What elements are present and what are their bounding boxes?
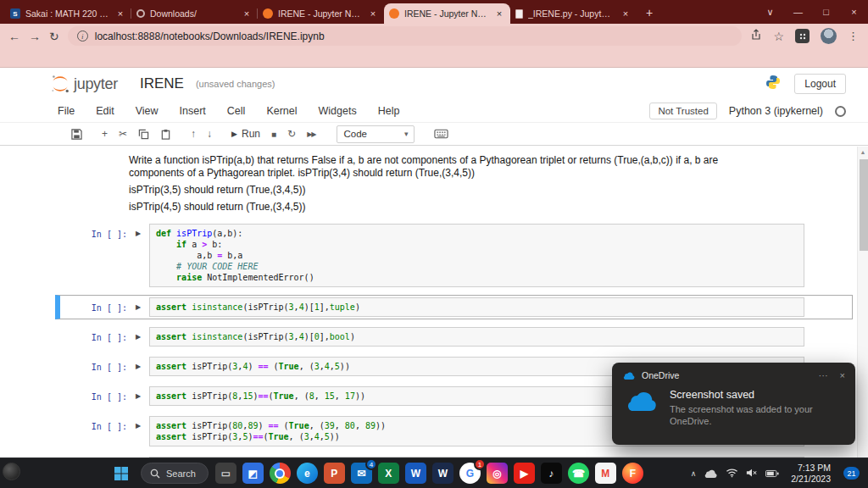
run-cell-icon[interactable]: ▶ <box>127 357 149 370</box>
taskbar-app-edge[interactable]: e <box>297 463 318 484</box>
menu-edit[interactable]: Edit <box>96 105 114 117</box>
restart-run-all-icon[interactable]: ▶▶ <box>307 130 315 138</box>
taskbar-app-instagram[interactable]: ◎ <box>487 463 508 484</box>
site-info-icon[interactable]: i <box>77 30 88 42</box>
cut-cell-icon[interactable]: ✂ <box>119 128 127 140</box>
taskbar-app-wikipedia[interactable]: W <box>432 463 453 484</box>
menu-view[interactable]: View <box>136 105 159 117</box>
notebook-title[interactable]: IRENE <box>140 75 184 92</box>
tab-jupyter-notebook-active[interactable]: IRENE - Jupyter Notebook × <box>384 3 510 24</box>
battery-icon[interactable] <box>765 466 779 481</box>
trust-status-button[interactable]: Not Trusted <box>649 103 716 119</box>
tab-close-icon[interactable]: × <box>620 8 632 19</box>
scroll-up-icon[interactable]: ▲ <box>858 147 868 158</box>
save-icon[interactable] <box>71 129 82 140</box>
taskbar-app-excel[interactable]: X <box>378 463 399 484</box>
tab-sakai[interactable]: S Sakai : MATH 220 1 S1-22 × <box>5 3 131 24</box>
reload-icon[interactable]: ↻ <box>49 30 59 42</box>
floating-widget-button[interactable] <box>3 463 20 480</box>
taskbar-app-whatsapp[interactable]: ☎ <box>568 463 589 484</box>
close-button[interactable]: × <box>840 0 868 24</box>
run-play-icon: ▶ <box>231 130 237 138</box>
taskbar-app-outlook[interactable]: ✉4 <box>351 463 372 484</box>
tiktok-icon: ♪ <box>548 468 554 480</box>
run-label: Run <box>242 128 260 140</box>
tray-chevron-up-icon[interactable]: ∧ <box>691 469 697 478</box>
taskbar-app-word[interactable]: W <box>405 463 426 484</box>
taskbar-app-google[interactable]: G1 <box>459 463 481 484</box>
tab-close-icon[interactable]: × <box>367 8 379 19</box>
taskbar-app-firefox[interactable]: F <box>622 463 643 484</box>
logout-button[interactable]: Logout <box>794 74 846 94</box>
onedrive-notification[interactable]: OneDrive ··· × Screenshot saved The scre… <box>612 363 855 445</box>
bookmark-star-icon[interactable]: ☆ <box>773 30 784 43</box>
minimize-button[interactable]: — <box>784 0 812 24</box>
notification-count-badge[interactable]: 21 <box>843 467 860 480</box>
menu-file[interactable]: File <box>58 105 75 117</box>
back-icon[interactable]: ← <box>8 30 20 42</box>
extensions-icon[interactable] <box>795 29 810 43</box>
tab-jupyter-texteditor[interactable]: _IRENE.py - Jupyter Text E × <box>510 3 637 24</box>
tab-downloads[interactable]: Downloads/ × <box>131 3 258 24</box>
add-cell-icon[interactable]: + <box>102 128 108 140</box>
run-cell-icon[interactable]: ▶ <box>127 386 149 400</box>
markdown-text: isPTrip(3,5) should return (True,(3,4,5)… <box>129 184 758 197</box>
notebook-scrollbar[interactable]: ▲ <box>857 147 868 458</box>
move-cell-down-icon[interactable]: ↓ <box>207 128 212 140</box>
taskbar-app-chrome[interactable] <box>270 463 291 484</box>
menu-kernel[interactable]: Kernel <box>266 105 297 117</box>
restart-kernel-icon[interactable]: ↻ <box>287 128 296 140</box>
profile-avatar[interactable] <box>821 28 837 44</box>
browser-menu-icon[interactable]: ⋮ <box>848 30 860 42</box>
cell-input[interactable]: assert isinstance(isPTrip(3,4)[1],tuple) <box>149 297 804 317</box>
tab-jupyter-notebook-1[interactable]: IRENE - Jupyter Notebook × <box>258 3 384 24</box>
run-cell-icon[interactable]: ▶ <box>127 327 149 341</box>
taskbar-app-youtube[interactable]: ▶ <box>514 463 535 484</box>
volume-muted-icon[interactable] <box>746 466 758 481</box>
code-cell[interactable]: In [ ]:▶assert isinstance(isPTrip(3,4)[1… <box>55 295 853 319</box>
maximize-button[interactable]: □ <box>812 0 840 24</box>
share-icon[interactable] <box>750 29 762 44</box>
taskbar-search[interactable]: Search <box>141 463 209 484</box>
taskbar-clock[interactable]: 7:13 PM 2/21/2023 <box>791 463 831 485</box>
forward-icon[interactable]: → <box>29 30 41 42</box>
toast-more-icon[interactable]: ··· <box>819 370 828 380</box>
scrollbar-thumb[interactable] <box>860 159 868 251</box>
interrupt-kernel-icon[interactable]: ■ <box>271 130 276 139</box>
cell-input[interactable]: def isPTrip(a,b): if a > b: a,b = b,a # … <box>149 224 804 287</box>
run-button[interactable]: ▶ Run <box>231 128 260 140</box>
command-palette-icon[interactable] <box>434 129 448 139</box>
wifi-icon[interactable] <box>726 466 738 481</box>
taskbar-app-snipping-tool[interactable]: ▭ <box>215 463 236 484</box>
jupyter-logo[interactable]: jupyter <box>49 73 118 95</box>
code-cell[interactable]: In [ ]:▶def isPTrip(a,b): if a > b: a,b … <box>55 221 853 290</box>
tab-close-icon[interactable]: × <box>114 8 126 19</box>
run-cell-icon[interactable]: ▶ <box>127 416 149 430</box>
cell-type-select[interactable]: Code ▾ <box>337 125 415 143</box>
code-cell[interactable]: In [ ]:▶assert isinstance(isPTrip(3,4)[0… <box>55 324 853 349</box>
move-cell-up-icon[interactable]: ↑ <box>191 128 196 140</box>
taskbar-app-photos[interactable]: ◩ <box>242 463 264 484</box>
menu-cell[interactable]: Cell <box>227 105 246 117</box>
onedrive-tray-icon[interactable] <box>704 466 718 481</box>
menu-help[interactable]: Help <box>378 105 400 117</box>
tab-close-icon[interactable]: × <box>241 8 253 19</box>
toast-close-icon[interactable]: × <box>840 370 845 380</box>
taskbar-app-gmail[interactable]: M <box>595 463 616 484</box>
cell-input[interactable]: assert isinstance(isPTrip(3,4)[0],bool) <box>149 327 804 347</box>
url-bar[interactable]: i localhost:8888/notebooks/Downloads/IRE… <box>68 26 743 46</box>
run-cell-icon[interactable]: ▶ <box>127 297 149 311</box>
markdown-cell[interactable]: Write a function isPTrip(a,b) that retur… <box>129 154 758 214</box>
start-button[interactable] <box>108 461 134 486</box>
copy-cell-icon[interactable] <box>138 129 149 140</box>
menu-widgets[interactable]: Widgets <box>319 105 357 117</box>
menu-insert[interactable]: Insert <box>180 105 206 117</box>
new-tab-button[interactable]: + <box>640 3 659 22</box>
run-cell-icon[interactable]: ▶ <box>127 224 149 237</box>
taskbar-app-tiktok[interactable]: ♪ <box>541 463 562 484</box>
tab-search-icon[interactable]: ∨ <box>756 0 784 24</box>
paste-cell-icon[interactable] <box>160 129 171 140</box>
excel-icon: X <box>385 468 392 480</box>
taskbar-app-powerpoint[interactable]: P <box>324 463 345 484</box>
tab-close-icon[interactable]: × <box>493 8 505 19</box>
